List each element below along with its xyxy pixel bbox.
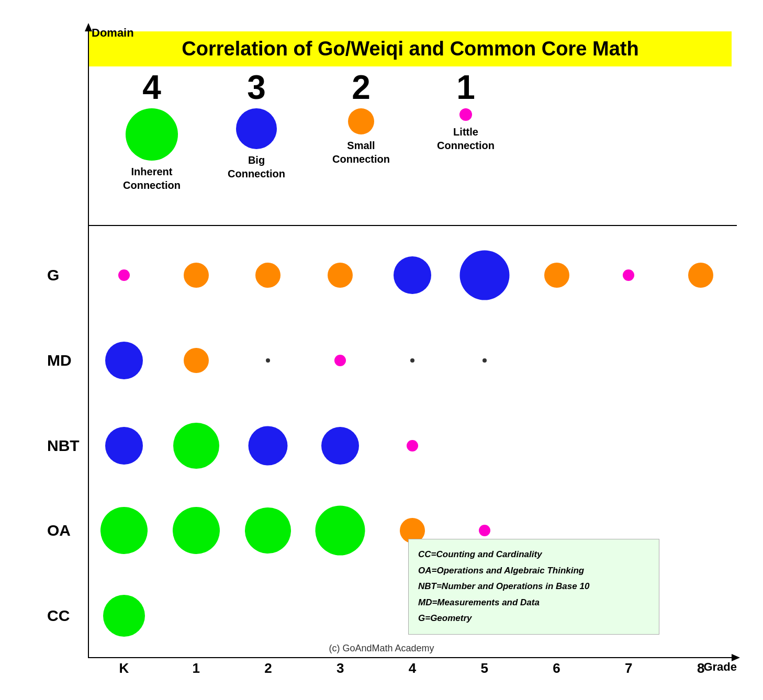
data-point-24 (544, 263, 569, 288)
y-axis-arrow (85, 23, 92, 31)
data-point-11 (266, 358, 270, 363)
domain-label-CC: CC (47, 607, 70, 625)
legend-item-3: 1LittleConnection (434, 71, 497, 152)
legend-item-0: 4InherentConnection (120, 71, 183, 192)
legend-label: SmallConnection (332, 139, 390, 166)
data-point-14 (321, 427, 359, 465)
data-point-5 (173, 507, 220, 554)
grade-label-2: 2 (264, 660, 272, 676)
legend-label: LittleConnection (437, 125, 495, 152)
data-point-1 (100, 507, 148, 554)
legend-item-1: 3BigConnection (225, 71, 288, 180)
domain-label-G: G (47, 266, 59, 284)
domain-label-NBT: NBT (47, 437, 80, 455)
data-point-13 (316, 506, 365, 556)
data-point-12 (255, 263, 280, 288)
legend-circle (236, 108, 277, 149)
data-point-23 (459, 251, 509, 300)
data-point-26 (688, 263, 713, 288)
data-point-6 (173, 423, 219, 469)
data-point-7 (184, 348, 209, 373)
grade-label-5: 5 (481, 660, 488, 676)
data-point-4 (118, 269, 130, 281)
x-axis (88, 657, 737, 658)
data-point-21 (479, 525, 490, 536)
data-point-2 (105, 427, 143, 465)
data-point-3 (105, 342, 143, 379)
data-point-22 (483, 358, 487, 363)
grade-label-7: 7 (625, 660, 632, 676)
grade-label-6: 6 (553, 660, 560, 676)
legend-number: 1 (456, 71, 475, 104)
data-point-10 (249, 426, 288, 465)
info-line: NBT=Number and Operations in Base 10 (418, 579, 649, 595)
info-line: CC=Counting and Cardinality (418, 547, 649, 563)
grade-label-8: 8 (697, 660, 704, 676)
data-point-18 (407, 440, 418, 451)
legend-circle (459, 108, 472, 121)
info-line: G=Geometry (418, 611, 649, 627)
copyright: (c) GoAndMath Academy (329, 643, 434, 654)
grade-label-1: 1 (192, 660, 199, 676)
data-point-8 (184, 263, 209, 288)
grade-label-K: K (119, 660, 129, 676)
domain-label-MD: MD (47, 352, 72, 369)
title-box: Correlation of Go/Weiqi and Common Core … (89, 31, 732, 66)
data-point-19 (410, 358, 414, 363)
legend-label: InherentConnection (123, 165, 181, 192)
grade-label-4: 4 (409, 660, 416, 676)
domain-label-OA: OA (47, 522, 71, 539)
x-axis-label: Grade (703, 660, 737, 674)
legend-item-2: 2SmallConnection (330, 71, 392, 166)
data-point-25 (623, 269, 634, 281)
data-point-16 (328, 263, 353, 288)
data-point-20 (394, 256, 431, 294)
chart-title: Correlation of Go/Weiqi and Common Core … (182, 38, 638, 60)
legend-circle (348, 108, 374, 134)
info-box: CC=Counting and CardinalityOA=Operations… (408, 539, 659, 635)
data-point-9 (245, 507, 291, 554)
chart-container: Correlation of Go/Weiqi and Common Core … (0, 0, 763, 700)
info-line: MD=Measurements and Data (418, 595, 649, 611)
legend-divider (88, 225, 737, 226)
legend-circle (126, 108, 178, 161)
info-line: OA=Operations and Algebraic Thinking (418, 563, 649, 579)
legend-label: BigConnection (228, 153, 285, 180)
y-axis-label: Domain (92, 26, 134, 40)
legend-number: 3 (247, 71, 266, 104)
legend-number: 2 (352, 71, 371, 104)
y-axis (88, 26, 89, 658)
data-point-15 (334, 355, 346, 366)
grade-label-3: 3 (336, 660, 344, 676)
data-point-0 (103, 595, 145, 637)
legend-number: 4 (142, 71, 161, 104)
